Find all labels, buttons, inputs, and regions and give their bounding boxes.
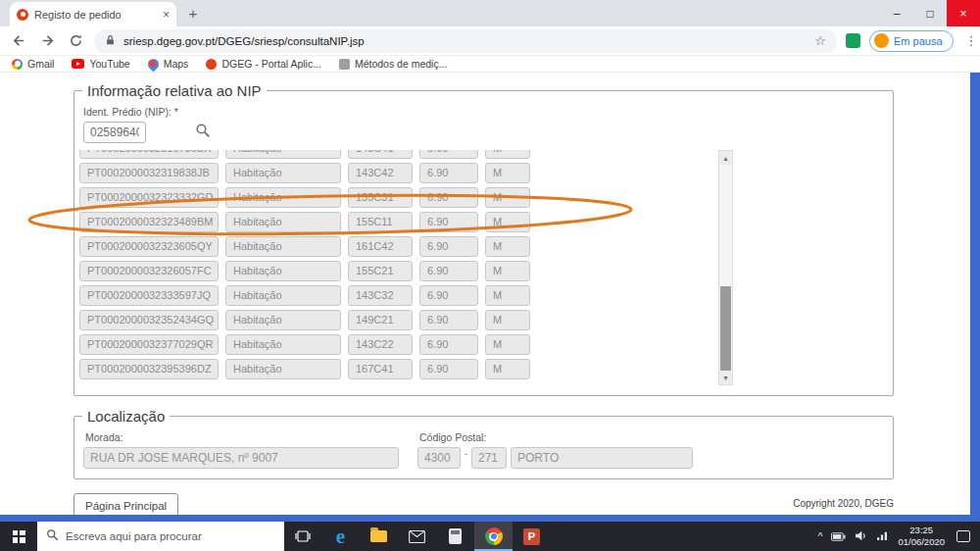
bookmark-dgeg[interactable]: DGEG - Portal Aplic... <box>206 58 321 70</box>
taskbar-file-explorer[interactable] <box>360 522 398 551</box>
refresh-icon[interactable] <box>66 31 85 51</box>
nip-input[interactable] <box>83 122 146 143</box>
scroll-up-icon[interactable]: ▲ <box>719 151 732 165</box>
windows-logo-icon <box>13 530 25 543</box>
page-vertical-scrollbar[interactable] <box>970 73 980 522</box>
scroll-down-icon[interactable]: ▼ <box>719 371 732 384</box>
browser-menu-icon[interactable]: ⋮ <box>962 33 980 48</box>
bookmark-star-icon[interactable]: ☆ <box>814 33 826 48</box>
bookmark-maps[interactable]: Maps <box>148 58 189 70</box>
postal-city-field <box>511 447 693 469</box>
window-minimize-button[interactable]: – <box>880 0 913 26</box>
bookmark-youtube[interactable]: YouTube <box>72 58 129 70</box>
address-bar[interactable]: sriesp.dgeg.gov.pt/DGEG/sriesp/consultaN… <box>94 29 837 53</box>
window-maximize-button[interactable]: □ <box>913 0 947 26</box>
flag-cell: M <box>485 261 530 281</box>
table-row[interactable]: PT0002000032377029QR Habitação 143C22 6.… <box>79 334 715 355</box>
extension-icon[interactable] <box>846 33 860 48</box>
value-cell: 6.90 <box>419 261 478 281</box>
flag-cell: M <box>485 150 530 159</box>
task-view-button[interactable] <box>284 522 321 551</box>
powerpoint-icon: P <box>523 528 540 545</box>
bookmark-metodos[interactable]: Métodos de mediç... <box>339 58 448 70</box>
unit-cell: 161C42 <box>348 236 413 257</box>
codigo-postal-label: Código Postal: <box>419 431 693 443</box>
start-button[interactable] <box>0 522 37 551</box>
mail-envelope-icon <box>409 530 425 543</box>
tab-close-icon[interactable]: × <box>163 9 170 21</box>
taskbar-mail[interactable] <box>398 522 436 551</box>
clock-time: 23:25 <box>898 525 945 536</box>
bookmark-label: Gmail <box>27 58 54 70</box>
taskbar-calculator[interactable] <box>436 522 474 551</box>
profile-paused-chip[interactable]: Em pausa <box>869 30 954 52</box>
table-scrollbar[interactable]: ▲ ▼ <box>718 150 733 385</box>
unit-cell: 143C41 <box>348 150 413 159</box>
speaker-icon[interactable] <box>855 527 867 545</box>
table-row[interactable]: PT0002000032395396DZ Habitação 167C41 6.… <box>79 359 715 379</box>
postal-code-field-2 <box>471 447 507 469</box>
taskbar-search-icon <box>46 527 59 545</box>
browser-titlebar: Registo de pedido × + – □ × <box>0 0 980 26</box>
youtube-icon <box>72 59 84 69</box>
search-icon[interactable] <box>195 123 211 142</box>
window-close-button[interactable]: × <box>947 0 980 26</box>
page-horizontal-scrollbar[interactable] <box>0 515 970 522</box>
document-icon <box>339 59 350 70</box>
value-cell: 6.90 <box>419 236 478 257</box>
scrollbar-thumb[interactable] <box>720 286 731 371</box>
type-cell: Habitação <box>225 334 341 355</box>
calculator-icon <box>449 528 462 544</box>
back-icon[interactable] <box>9 31 28 51</box>
type-cell: Habitação <box>225 261 341 281</box>
value-cell: 6.90 <box>419 187 478 208</box>
taskbar-powerpoint[interactable]: P <box>513 522 551 551</box>
page-viewport: Informação relativa ao NIP Ident. Prédio… <box>0 73 980 522</box>
table-row[interactable]: PT0002000032319838JB Habitação 143C42 6.… <box>79 163 715 183</box>
type-cell: Habitação <box>225 285 341 306</box>
url-text[interactable]: sriesp.dgeg.gov.pt/DGEG/sriesp/consultaN… <box>123 35 807 47</box>
bookmark-gmail[interactable]: Gmail <box>12 58 54 70</box>
taskbar-chrome[interactable] <box>474 522 513 551</box>
profile-paused-label: Em pausa <box>894 35 943 47</box>
bookmark-label: Métodos de mediç... <box>355 58 448 70</box>
tray-chevron-icon[interactable]: ^ <box>818 531 823 542</box>
unit-cell: 155C31 <box>348 187 413 208</box>
nip-code-cell: PT0002000032377029QR <box>79 334 219 355</box>
type-cell: Habitação <box>225 150 341 159</box>
taskbar-clock[interactable]: 23:25 01/06/2020 <box>898 525 945 548</box>
maps-pin-icon <box>145 56 161 72</box>
table-row[interactable]: PT0002000032323605QY Habitação 161C42 6.… <box>79 236 715 257</box>
value-cell: 6.90 <box>419 334 478 355</box>
forward-icon[interactable] <box>37 31 57 51</box>
morada-field <box>83 447 399 469</box>
nip-code-cell: PT0002000032333597JQ <box>79 285 219 306</box>
nip-code-cell: PT0002000032323332GD <box>79 187 219 208</box>
table-row[interactable]: PT0002000032333597JQ Habitação 143C32 6.… <box>79 285 715 306</box>
value-cell: 6.90 <box>419 150 478 159</box>
nip-code-cell: PT0002000032323605QY <box>79 236 219 257</box>
battery-icon[interactable] <box>831 527 846 545</box>
flag-cell: M <box>485 359 530 379</box>
copyright-text: Copyright 2020, DGEG <box>793 498 894 509</box>
bookmark-label: DGEG - Portal Aplic... <box>221 58 321 70</box>
table-row[interactable]: PT0002000032352434GQ Habitação 149C21 6.… <box>79 310 715 330</box>
window-controls: – □ × <box>880 0 980 26</box>
page-content: Informação relativa ao NIP Ident. Prédio… <box>74 82 894 519</box>
location-fieldset: Localização Morada: Código Postal: - <box>74 408 894 479</box>
nip-code-cell: PT0002000032395396DZ <box>79 359 219 379</box>
table-row[interactable]: PT0002000032319736BX Habitação 143C41 6.… <box>79 150 715 159</box>
table-row[interactable]: PT0002000032326057FC Habitação 155C21 6.… <box>79 261 715 281</box>
notification-center-icon[interactable] <box>956 530 970 542</box>
taskbar-search-input[interactable] <box>66 530 275 542</box>
taskbar-search[interactable] <box>37 522 284 551</box>
browser-tab[interactable]: Registo de pedido × <box>10 2 176 26</box>
folder-icon <box>370 530 387 542</box>
table-row[interactable]: PT0002000032323332GD Habitação 155C31 6.… <box>79 187 715 208</box>
dgeg-icon <box>206 59 217 70</box>
network-icon[interactable] <box>876 527 889 545</box>
new-tab-button[interactable]: + <box>183 5 203 22</box>
taskbar-edge[interactable]: e <box>321 522 360 551</box>
postal-code-separator: - <box>465 449 467 459</box>
table-row[interactable]: PT0002000032323489BM Habitação 155C11 6.… <box>79 212 715 232</box>
